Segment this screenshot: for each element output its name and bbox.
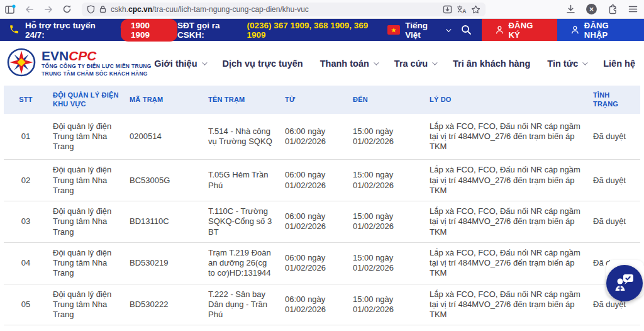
cell-code: BD13110C — [125, 201, 203, 243]
login-button[interactable]: ĐĂNG NHẬP — [557, 19, 644, 41]
forward-icon[interactable] — [43, 5, 53, 14]
cskh-numbers: (0236) 367 1909, 368 1909, 369 1909 — [247, 21, 377, 40]
chevron-down-icon — [446, 26, 451, 31]
nav-item-tri-an[interactable]: Tri ân khách hàng — [453, 59, 530, 69]
language-selector[interactable]: Tiếng Việt — [405, 21, 450, 40]
cell-status: Đã duyệt — [588, 325, 640, 331]
downloads-icon[interactable] — [566, 4, 575, 14]
cell-stt: 04 — [4, 242, 48, 284]
cskh-label: SĐT gọi ra CSKH: — [177, 21, 243, 40]
cell-from: 06:00 ngày 01/02/2026 — [280, 284, 348, 325]
center-name: TRUNG TÂM CHĂM SÓC KHÁCH HÀNG — [42, 70, 152, 77]
cell-reason: Lắp xà FCO, FCO, Đấu nối NR cáp ngầm tại… — [425, 160, 588, 201]
register-button[interactable]: ĐĂNG KÝ — [482, 19, 557, 41]
cell-code: BD530230 — [125, 325, 203, 331]
cell-stt: 05 — [4, 284, 48, 325]
outage-table-wrap: STT ĐỘI QUẢN LÝ ĐIỆN KHU VỰC MÃ TRẠM TÊN… — [4, 86, 640, 331]
browser-toolbar: cskh.cpc.vn/tra-cuu/lich-tam-ngung-cung-… — [0, 0, 644, 19]
cell-to: 15:00 ngày 01/02/2026 — [348, 284, 425, 325]
extensions-puzzle-icon[interactable] — [608, 4, 618, 14]
nav-item-thanh-toan[interactable]: Thanh toán — [320, 59, 377, 69]
nav-item-dich-vu[interactable]: Dịch vụ trực tuyến — [223, 59, 303, 69]
site-header: EVNCPC TỔNG CÔNG TY ĐIỆN LỰC MIỀN TRUNG … — [0, 41, 644, 86]
cell-team: Đội quản lý điện Trung tâm Nha Trang — [48, 284, 125, 325]
cell-name: T.110C - Trường SQKQ-Cổng số 3 BT — [203, 201, 280, 243]
main-nav: Giới thiệu Dịch vụ trực tuyến Thanh toán… — [154, 59, 638, 69]
table-body: 01Đội quản lý điện Trung tâm Nha Trang02… — [4, 114, 640, 331]
hotline-badge[interactable]: 1900 1909 — [121, 19, 177, 42]
cell-name: T.05G Hẻm Trần Phú — [203, 160, 280, 201]
col-den: ĐẾN — [348, 86, 425, 114]
nav-item-tra-cuu[interactable]: Tra cứu — [394, 59, 436, 69]
cell-code: 0200514 — [125, 114, 203, 160]
search-icon[interactable] — [461, 25, 472, 35]
shield-icon[interactable] — [87, 5, 95, 14]
table-header-row: STT ĐỘI QUẢN LÝ ĐIỆN KHU VỰC MÃ TRẠM TÊN… — [4, 86, 640, 114]
cell-reason: Lắp xà FCO, FCO, Đấu nối NR cáp ngầm tại… — [425, 284, 588, 325]
register-label: ĐĂNG KÝ — [508, 21, 543, 40]
cell-name: Trạm T.219 Đoàn an dưỡng 26(cg to cơ)HD:… — [203, 242, 280, 284]
user-icon — [571, 25, 579, 35]
col-stt: STT — [4, 86, 48, 114]
cell-team: Đội quản lý điện Trung tâm Nha Trang — [48, 242, 125, 284]
chevron-down-icon — [582, 60, 587, 65]
col-tu: TỪ — [280, 86, 348, 114]
cell-stt: 02 — [4, 160, 48, 201]
cell-team: Đội quản lý điện Trung tâm Nha Trang — [48, 114, 125, 160]
sidebar-toggle-icon[interactable] — [5, 4, 16, 14]
lock-icon[interactable] — [99, 5, 106, 13]
cell-from: 06:00 ngày 01/02/2026 — [280, 114, 348, 160]
cell-reason: Lắp xà FCO, FCO, Đấu nối NR cáp ngầm tại… — [425, 325, 588, 331]
evn-star-icon — [6, 47, 36, 80]
nav-item-tin-tuc[interactable]: Tin tức — [547, 59, 586, 69]
cell-stt: 03 — [4, 201, 48, 243]
svg-text:A: A — [462, 8, 467, 14]
cell-to: 15:00 ngày 01/02/2026 — [348, 114, 425, 160]
reload-icon[interactable] — [62, 4, 72, 14]
cell-stt: 06 — [4, 325, 48, 331]
table-row: 05Đội quản lý điện Trung tâm Nha TrangBD… — [4, 284, 640, 325]
col-doi-quan-ly: ĐỘI QUẢN LÝ ĐIỆN KHU VỰC — [48, 86, 125, 114]
cell-reason: Lắp xà FCO, FCO, Đấu nối NR cáp ngầm tại… — [425, 201, 588, 243]
menu-hamburger-icon[interactable] — [628, 5, 638, 13]
cell-from: 06:00 ngày 01/02/2026 — [280, 325, 348, 331]
url-text[interactable]: cskh.cpc.vn/tra-cuu/lich-tam-ngung-cung-… — [111, 5, 438, 14]
back-icon[interactable] — [25, 5, 35, 14]
cell-from: 06:00 ngày 01/02/2026 — [280, 242, 348, 284]
cell-stt: 01 — [4, 114, 48, 160]
nav-item-lien-he[interactable]: Liên hệ — [603, 59, 635, 69]
col-ten-tram: TÊN TRẠM — [203, 86, 280, 114]
cell-code: BC53005G — [125, 160, 203, 201]
cell-team: Đội quản lý điện Trung tâm Nha Trang — [48, 325, 125, 331]
cell-status: Đã duyệt — [588, 114, 640, 160]
outage-table: STT ĐỘI QUẢN LÝ ĐIỆN KHU VỰC MÃ TRẠM TÊN… — [4, 86, 640, 331]
cell-name: T.514 - Nhà công vụ Trường SQKQ — [203, 114, 280, 160]
brand-name: EVNCPC — [42, 49, 152, 63]
cell-reason: Lắp xà FCO, FCO, Đấu nối NR cáp ngầm tại… — [425, 114, 588, 160]
chevron-down-icon — [374, 60, 379, 65]
extension-blocker-icon[interactable]: ✕ — [586, 4, 597, 14]
col-ly-do: LÝ DO — [425, 86, 588, 114]
nav-item-gioi-thieu[interactable]: Giới thiệu — [154, 59, 205, 69]
cell-name: T.222 - Sân bay Dân dụng - Trần Phú — [203, 284, 280, 325]
cell-status: Đã duyệt — [588, 201, 640, 243]
chevron-down-icon — [432, 60, 437, 65]
cell-from: 06:00 ngày 01/02/2026 — [280, 160, 348, 201]
table-row: 01Đội quản lý điện Trung tâm Nha Trang02… — [4, 114, 640, 160]
bookmark-star-icon[interactable] — [471, 5, 480, 14]
chevron-down-icon — [202, 60, 207, 65]
top-utility-bar: Hỗ trợ trực tuyến 24/7: 1900 1909 SĐT gọ… — [0, 19, 644, 41]
cell-to: 15:00 ngày 01/02/2026 — [348, 160, 425, 201]
translate-icon[interactable]: A — [457, 5, 467, 14]
evncpc-logo[interactable]: EVNCPC TỔNG CÔNG TY ĐIỆN LỰC MIỀN TRUNG … — [6, 47, 152, 80]
cell-from: 06:00 ngày 01/02/2026 — [280, 201, 348, 243]
save-page-icon[interactable] — [443, 5, 452, 14]
cell-code: BD530219 — [125, 242, 203, 284]
language-label: Tiếng Việt — [405, 21, 441, 40]
login-label: ĐĂNG NHẬP — [584, 21, 630, 40]
chat-agent-icon — [614, 273, 635, 293]
cell-to: 15:00 ngày 01/02/2026 — [348, 325, 425, 331]
cell-to: 15:00 ngày 01/02/2026 — [348, 201, 425, 243]
url-bar[interactable]: cskh.cpc.vn/tra-cuu/lich-tam-ngung-cung-… — [82, 3, 486, 16]
chat-support-button[interactable] — [606, 265, 643, 301]
